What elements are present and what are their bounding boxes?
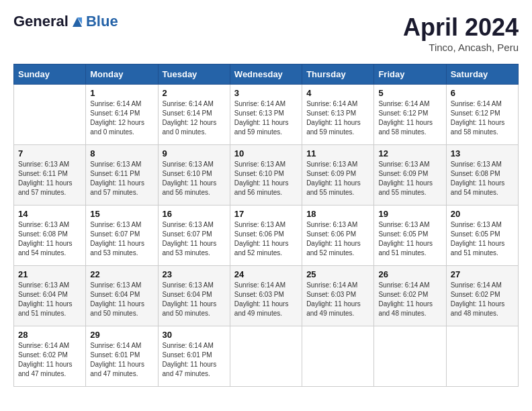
- daylight-text: Daylight: 11 hours and 56 minutes.: [163, 179, 226, 197]
- day-number: 22: [90, 269, 153, 279]
- day-info: Sunrise: 6:14 AM Sunset: 6:03 PM Dayligh…: [234, 281, 298, 318]
- sunrise-text: Sunrise: 6:14 AM: [451, 281, 514, 290]
- daylight-text: Daylight: 11 hours and 56 minutes.: [234, 179, 298, 197]
- daylight-text: Daylight: 12 hours and 0 minutes.: [90, 118, 153, 137]
- sunset-text: Sunset: 6:12 PM: [378, 109, 441, 118]
- daylight-text: Daylight: 11 hours and 49 minutes.: [234, 300, 298, 318]
- sunset-text: Sunset: 6:07 PM: [90, 230, 153, 239]
- day-info: Sunrise: 6:13 AM Sunset: 6:08 PM Dayligh…: [18, 220, 81, 258]
- day-number: 21: [18, 269, 81, 279]
- logo-blue: Blue: [86, 13, 118, 30]
- day-number: 26: [378, 269, 441, 279]
- day-info: Sunrise: 6:13 AM Sunset: 6:09 PM Dayligh…: [306, 160, 369, 197]
- week-row-4: 21 Sunrise: 6:13 AM Sunset: 6:04 PM Dayl…: [14, 266, 519, 326]
- sunrise-text: Sunrise: 6:13 AM: [306, 160, 369, 169]
- sunrise-text: Sunrise: 6:13 AM: [451, 220, 514, 230]
- day-number: 11: [306, 148, 369, 158]
- week-row-2: 7 Sunrise: 6:13 AM Sunset: 6:11 PM Dayli…: [14, 145, 519, 205]
- daylight-text: Daylight: 11 hours and 52 minutes.: [306, 239, 369, 258]
- table-cell: [446, 326, 518, 387]
- sunset-text: Sunset: 6:06 PM: [306, 230, 369, 239]
- day-number: 5: [378, 88, 441, 98]
- sunrise-text: Sunrise: 6:13 AM: [234, 160, 298, 169]
- sunset-text: Sunset: 6:03 PM: [306, 290, 369, 300]
- day-info: Sunrise: 6:14 AM Sunset: 6:13 PM Dayligh…: [306, 99, 369, 137]
- table-cell: 27 Sunrise: 6:14 AM Sunset: 6:02 PM Dayl…: [446, 266, 518, 326]
- sunrise-text: Sunrise: 6:13 AM: [163, 160, 226, 169]
- sunset-text: Sunset: 6:07 PM: [163, 230, 226, 239]
- sunrise-text: Sunrise: 6:13 AM: [378, 160, 441, 169]
- sunset-text: Sunset: 6:01 PM: [163, 351, 226, 360]
- table-cell: 11 Sunrise: 6:13 AM Sunset: 6:09 PM Dayl…: [302, 145, 374, 205]
- daylight-text: Daylight: 11 hours and 50 minutes.: [163, 300, 226, 318]
- col-friday: Friday: [374, 64, 446, 85]
- day-info: Sunrise: 6:14 AM Sunset: 6:03 PM Dayligh…: [306, 281, 369, 318]
- page-header: General Blue April 2024 Tinco, Ancash, P…: [13, 13, 519, 53]
- day-number: 30: [163, 330, 226, 340]
- day-number: 8: [90, 148, 153, 158]
- daylight-text: Daylight: 11 hours and 51 minutes.: [451, 239, 514, 258]
- sunset-text: Sunset: 6:09 PM: [378, 169, 441, 179]
- day-number: 1: [90, 88, 153, 98]
- table-cell: 29 Sunrise: 6:14 AM Sunset: 6:01 PM Dayl…: [86, 326, 158, 387]
- sunset-text: Sunset: 6:10 PM: [163, 169, 226, 179]
- col-monday: Monday: [86, 64, 158, 85]
- week-row-5: 28 Sunrise: 6:14 AM Sunset: 6:02 PM Dayl…: [14, 326, 519, 387]
- daylight-text: Daylight: 11 hours and 53 minutes.: [90, 239, 153, 258]
- sunrise-text: Sunrise: 6:14 AM: [306, 281, 369, 290]
- month-title: April 2024: [403, 13, 519, 42]
- day-number: 28: [18, 330, 81, 340]
- sunset-text: Sunset: 6:10 PM: [234, 169, 298, 179]
- daylight-text: Daylight: 11 hours and 55 minutes.: [378, 179, 441, 197]
- sunrise-text: Sunrise: 6:14 AM: [378, 281, 441, 290]
- table-cell: 13 Sunrise: 6:13 AM Sunset: 6:08 PM Dayl…: [446, 145, 518, 205]
- table-cell: 30 Sunrise: 6:14 AM Sunset: 6:01 PM Dayl…: [158, 326, 230, 387]
- day-info: Sunrise: 6:13 AM Sunset: 6:04 PM Dayligh…: [90, 281, 153, 318]
- daylight-text: Daylight: 11 hours and 47 minutes.: [163, 360, 226, 379]
- week-row-1: 1 Sunrise: 6:14 AM Sunset: 6:14 PM Dayli…: [14, 85, 519, 145]
- week-row-3: 14 Sunrise: 6:13 AM Sunset: 6:08 PM Dayl…: [14, 205, 519, 266]
- daylight-text: Daylight: 11 hours and 52 minutes.: [234, 239, 298, 258]
- day-number: 3: [234, 88, 298, 98]
- day-number: 20: [451, 209, 514, 219]
- sunrise-text: Sunrise: 6:13 AM: [18, 160, 81, 169]
- sunset-text: Sunset: 6:02 PM: [18, 351, 81, 360]
- day-number: 7: [18, 148, 81, 158]
- table-cell: 1 Sunrise: 6:14 AM Sunset: 6:14 PM Dayli…: [86, 85, 158, 145]
- day-info: Sunrise: 6:13 AM Sunset: 6:07 PM Dayligh…: [90, 220, 153, 258]
- location: Tinco, Ancash, Peru: [403, 42, 519, 53]
- table-cell: 2 Sunrise: 6:14 AM Sunset: 6:14 PM Dayli…: [158, 85, 230, 145]
- sunset-text: Sunset: 6:04 PM: [18, 290, 81, 300]
- daylight-text: Daylight: 11 hours and 50 minutes.: [90, 300, 153, 318]
- day-number: 19: [378, 209, 441, 219]
- sunrise-text: Sunrise: 6:14 AM: [163, 341, 226, 351]
- table-cell: 23 Sunrise: 6:13 AM Sunset: 6:04 PM Dayl…: [158, 266, 230, 326]
- table-cell: 16 Sunrise: 6:13 AM Sunset: 6:07 PM Dayl…: [158, 205, 230, 266]
- table-cell: [302, 326, 374, 387]
- day-info: Sunrise: 6:14 AM Sunset: 6:02 PM Dayligh…: [378, 281, 441, 318]
- daylight-text: Daylight: 11 hours and 59 minutes.: [306, 118, 369, 137]
- table-cell: 7 Sunrise: 6:13 AM Sunset: 6:11 PM Dayli…: [14, 145, 86, 205]
- sunset-text: Sunset: 6:01 PM: [90, 351, 153, 360]
- table-cell: [374, 326, 446, 387]
- day-number: 17: [234, 209, 298, 219]
- logo: General Blue: [13, 13, 118, 30]
- sunrise-text: Sunrise: 6:14 AM: [90, 99, 153, 109]
- sunset-text: Sunset: 6:11 PM: [18, 169, 81, 179]
- day-number: 4: [306, 88, 369, 98]
- sunset-text: Sunset: 6:02 PM: [378, 290, 441, 300]
- sunrise-text: Sunrise: 6:13 AM: [378, 220, 441, 230]
- day-info: Sunrise: 6:14 AM Sunset: 6:01 PM Dayligh…: [90, 341, 153, 379]
- daylight-text: Daylight: 11 hours and 54 minutes.: [18, 239, 81, 258]
- sunrise-text: Sunrise: 6:14 AM: [234, 99, 298, 109]
- calendar-header-row: Sunday Monday Tuesday Wednesday Thursday…: [14, 64, 519, 85]
- daylight-text: Daylight: 11 hours and 57 minutes.: [90, 179, 153, 197]
- day-number: 29: [90, 330, 153, 340]
- logo-icon: [70, 15, 85, 30]
- day-info: Sunrise: 6:13 AM Sunset: 6:08 PM Dayligh…: [451, 160, 514, 197]
- daylight-text: Daylight: 11 hours and 49 minutes.: [306, 300, 369, 318]
- daylight-text: Daylight: 11 hours and 57 minutes.: [18, 179, 81, 197]
- col-saturday: Saturday: [446, 64, 518, 85]
- daylight-text: Daylight: 12 hours and 0 minutes.: [163, 118, 226, 137]
- col-thursday: Thursday: [302, 64, 374, 85]
